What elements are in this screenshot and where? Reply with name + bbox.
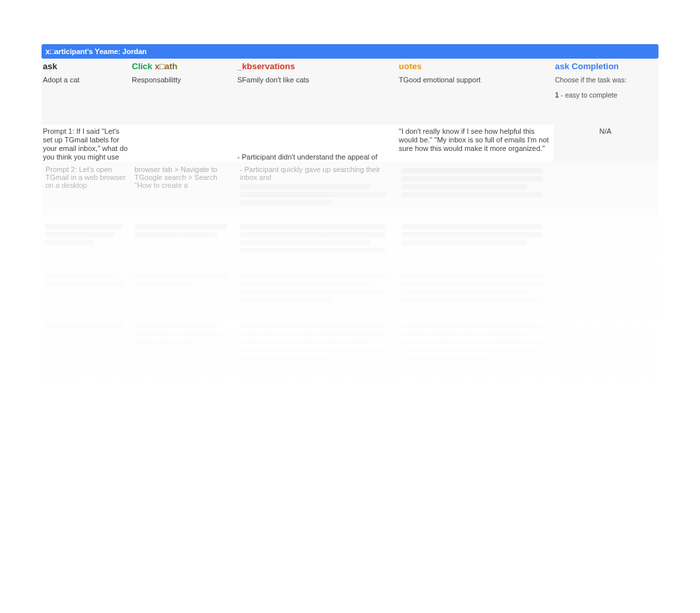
cell-p2-quote (397, 161, 554, 218)
cell-p2-completion (554, 161, 658, 218)
blurred-text (401, 184, 527, 189)
cell-p2-task-text: Prompt 2: Let's open TGmail in a web bro… (45, 165, 126, 189)
cell-p2-click-text: browser tab > Navigate to TGoogle search… (134, 165, 218, 189)
cell-example-obs: SFamily don't like cats (236, 73, 397, 125)
observation-table: ask Click x□ath _kbservations uotes ask … (42, 59, 658, 173)
cell-example-quote: TGood emotional support (397, 73, 554, 125)
table-row-example: Adopt a cat Responsabilitty SFamily don'… (42, 73, 658, 125)
header-click-path: Click x□ath (131, 59, 236, 73)
header-task: ask (42, 59, 131, 73)
table-row-prompt-2: Prompt 2: Let's open TGmail in a web bro… (42, 161, 658, 218)
table-row-blurred (42, 316, 658, 389)
table-row-blurred (42, 218, 658, 267)
blurred-text (240, 200, 332, 205)
header-quotes: uotes (397, 59, 554, 73)
completion-helper-line: 1 - easy to complete (555, 91, 656, 100)
table-row-blurred (42, 267, 658, 316)
participant-title-bar: 𝗑□articipant's 𝖸eame: Jordan (42, 44, 658, 59)
cell-p2-task: Prompt 2: Let's open TGmail in a web bro… (42, 161, 131, 218)
blurred-text (401, 176, 542, 181)
header-click-main: Click (132, 61, 152, 71)
blurred-text (401, 192, 542, 197)
completion-helper-rest: - easy to complete (559, 91, 618, 99)
blurred-text (401, 168, 542, 173)
cell-example-task: Adopt a cat (42, 73, 131, 125)
cell-p2-obs-text: - Participant quickly gave up searching … (240, 165, 380, 181)
cell-example-click: Responsabilitty (131, 73, 236, 125)
header-task-completion: ask Completion (554, 59, 658, 73)
cell-p2-click: browser tab > Navigate to TGoogle search… (131, 161, 236, 218)
blurred-text (240, 184, 370, 189)
header-click-sub: x□ath (155, 61, 178, 71)
cell-example-completion-helper: Choose if the task was: 1 - easy to comp… (554, 73, 658, 125)
header-observations: _kbservations (236, 59, 397, 73)
blurred-text (240, 192, 386, 197)
completion-helper-intro: Choose if the task was: (555, 76, 656, 84)
table-header-row: ask Click x□ath _kbservations uotes ask … (42, 59, 658, 73)
cell-p2-obs: - Participant quickly gave up searching … (236, 161, 397, 218)
observation-sheet: ask Click x□ath _kbservations uotes ask … (42, 59, 658, 173)
blurred-rows: Prompt 2: Let's open TGmail in a web bro… (42, 161, 658, 389)
blurred-region: Prompt 2: Let's open TGmail in a web bro… (42, 161, 658, 412)
